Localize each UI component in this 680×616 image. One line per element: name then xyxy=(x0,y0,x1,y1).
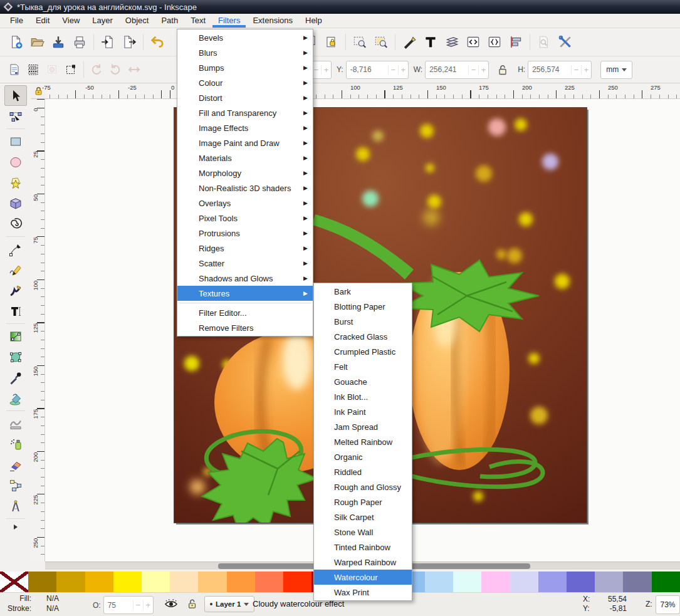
menu-item-ridges[interactable]: Ridges▶ xyxy=(177,241,313,256)
menu-item-rough-and-glossy[interactable]: Rough and Glossy xyxy=(314,479,412,494)
tool-gradient[interactable] xyxy=(4,326,27,347)
menu-item-gouache[interactable]: Gouache xyxy=(314,374,412,389)
tool-star[interactable] xyxy=(4,172,27,193)
palette-swatch[interactable] xyxy=(283,572,311,592)
palette-swatch[interactable] xyxy=(56,572,85,592)
palette-swatch[interactable] xyxy=(538,572,567,592)
palette-swatch[interactable] xyxy=(198,572,226,592)
palette-swatch[interactable] xyxy=(595,572,623,592)
menu-item-distort[interactable]: Distort▶ xyxy=(177,90,313,105)
titlebar[interactable]: *Тыква_для урока на английском.svg - Ink… xyxy=(0,0,680,14)
tool-eraser[interactable] xyxy=(4,454,27,475)
menu-item-morphology[interactable]: Morphology▶ xyxy=(177,165,313,180)
select-all-layers-icon[interactable] xyxy=(24,60,43,79)
undo-button[interactable] xyxy=(147,31,168,53)
import-button[interactable] xyxy=(97,31,118,53)
menu-item-rough-paper[interactable]: Rough Paper xyxy=(314,494,412,509)
deselect-icon[interactable] xyxy=(43,60,61,79)
w-decrement-button[interactable]: − xyxy=(468,65,478,75)
export-button[interactable] xyxy=(118,31,140,53)
menubar-item-view[interactable]: View xyxy=(56,14,86,28)
palette-swatch[interactable] xyxy=(481,572,510,592)
zoom-selection-button[interactable] xyxy=(370,31,392,53)
palette-swatch[interactable] xyxy=(567,572,595,592)
preferences-button[interactable] xyxy=(555,31,576,53)
menu-item-colour[interactable]: Colour▶ xyxy=(177,75,313,90)
tool-pen[interactable] xyxy=(4,239,27,259)
document-open-button[interactable] xyxy=(26,31,48,53)
layers-dialog-button[interactable] xyxy=(441,31,463,53)
menubar-item-path[interactable]: Path xyxy=(155,14,184,28)
palette-swatch[interactable] xyxy=(425,572,453,592)
palette-swatch[interactable] xyxy=(170,572,198,592)
palette-swatch[interactable] xyxy=(652,572,680,592)
object-properties-button[interactable] xyxy=(484,31,505,53)
menu-item-ink-paint[interactable]: Ink Paint xyxy=(314,404,412,419)
menu-item-overlays[interactable]: Overlays▶ xyxy=(177,196,313,211)
menu-item-filter-editor-[interactable]: Filter Editor... xyxy=(177,305,313,320)
menu-item-bark[interactable]: Bark xyxy=(314,284,412,299)
rotate-ccw-icon[interactable] xyxy=(87,60,106,79)
tool-node-editor[interactable] xyxy=(4,106,27,127)
y-field[interactable]: -8,716 − + xyxy=(346,61,409,79)
menu-item-image-effects[interactable]: Image Effects▶ xyxy=(177,120,313,135)
tool-spiral[interactable] xyxy=(4,214,27,234)
menu-item-pixel-tools[interactable]: Pixel Tools▶ xyxy=(177,211,313,226)
menu-item-wax-print[interactable]: Wax Print xyxy=(314,585,412,600)
menu-item-cracked-glass[interactable]: Cracked Glass xyxy=(314,329,412,344)
menubar-item-edit[interactable]: Edit xyxy=(29,14,56,28)
menubar-item-file[interactable]: File xyxy=(4,14,29,28)
h-decrement-button[interactable]: − xyxy=(571,65,581,75)
opacity-control[interactable]: O: 75 − + xyxy=(93,596,154,614)
tool-text[interactable] xyxy=(4,301,27,321)
tool-spray[interactable] xyxy=(4,434,27,454)
find-button[interactable] xyxy=(533,31,555,53)
units-dropdown[interactable]: mm xyxy=(600,61,632,79)
tool-tweak[interactable] xyxy=(4,413,27,434)
menu-item-image-paint-and-draw[interactable]: Image Paint and Draw▶ xyxy=(177,135,313,150)
menu-item-watercolour[interactable]: Watercolour xyxy=(314,570,412,585)
menu-item-bevels[interactable]: Bevels▶ xyxy=(177,30,313,45)
w-field[interactable]: 256,241 − + xyxy=(425,61,489,79)
w-increment-button[interactable]: + xyxy=(478,65,488,75)
align-distribute-button[interactable] xyxy=(505,31,526,53)
menubar-item-help[interactable]: Help xyxy=(299,14,328,28)
tool-selector[interactable] xyxy=(4,85,27,106)
menu-item-melted-rainbow[interactable]: Melted Rainbow xyxy=(314,434,412,449)
palette-swatch[interactable] xyxy=(453,572,481,592)
menu-item-tinted-rainbow[interactable]: Tinted Rainbow xyxy=(314,540,412,555)
palette-swatch[interactable] xyxy=(623,572,651,592)
tool-measure[interactable] xyxy=(4,496,27,516)
y-increment-button[interactable]: + xyxy=(398,65,408,75)
flip-horizontal-icon[interactable] xyxy=(125,60,144,79)
lock-ratio-toggle[interactable] xyxy=(496,63,509,76)
menu-item-fill-and-transparency[interactable]: Fill and Transparency▶ xyxy=(177,105,313,120)
fill-stroke-indicator[interactable]: Fill: N/A Stroke: N/A xyxy=(4,594,84,613)
tool-ellipse[interactable] xyxy=(4,152,27,172)
opacity-value[interactable]: 75 xyxy=(104,601,133,610)
y-decrement-button[interactable]: − xyxy=(388,65,398,75)
layer-selector[interactable]: Layer 1 xyxy=(204,596,254,612)
menu-item-stone-wall[interactable]: Stone Wall xyxy=(314,525,412,540)
menu-item-riddled[interactable]: Riddled xyxy=(314,464,412,479)
y-value[interactable]: -8,716 xyxy=(347,65,388,74)
opacity-field[interactable]: 75 − + xyxy=(103,596,154,614)
clone-button[interactable] xyxy=(321,31,342,53)
menu-item-organic[interactable]: Organic xyxy=(314,449,412,464)
rotate-cw-icon[interactable] xyxy=(106,60,125,79)
xml-editor-button[interactable] xyxy=(463,31,484,53)
selection-properties-icon[interactable] xyxy=(5,60,24,79)
menu-item-silk-carpet[interactable]: Silk Carpet xyxy=(314,509,412,525)
document-new-button[interactable] xyxy=(5,31,26,53)
layer-lock-toggle[interactable] xyxy=(187,597,198,610)
tool-rectangle[interactable] xyxy=(4,131,27,152)
menu-item-textures[interactable]: Textures▶ xyxy=(177,286,313,301)
tool-3d-box[interactable] xyxy=(4,193,27,214)
h-field[interactable]: 256,574 − + xyxy=(528,61,592,79)
menu-item-protrusions[interactable]: Protrusions▶ xyxy=(177,226,313,241)
menu-item-jam-spread[interactable]: Jam Spread xyxy=(314,419,412,434)
menubar-item-filters[interactable]: Filters xyxy=(212,14,246,28)
text-dialog-button[interactable] xyxy=(420,31,441,53)
menu-item-scatter[interactable]: Scatter▶ xyxy=(177,256,313,271)
zoom-drawing-button[interactable] xyxy=(349,31,370,53)
